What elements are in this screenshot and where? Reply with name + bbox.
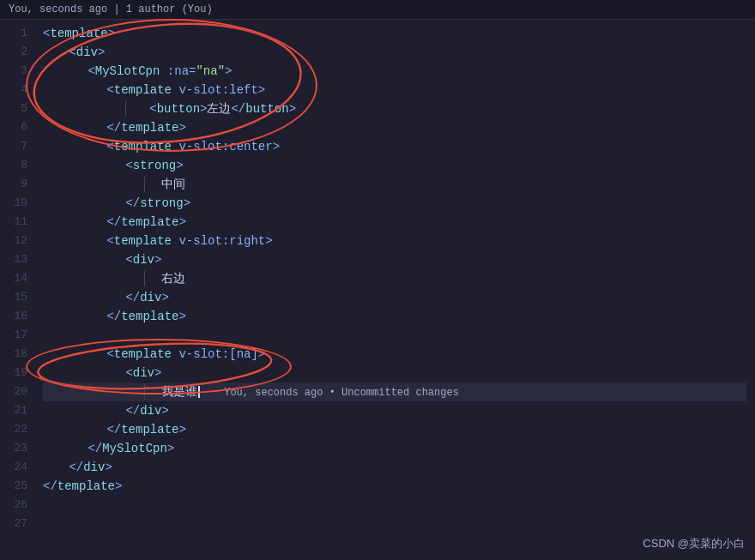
code-line-24: </div> bbox=[43, 458, 746, 477]
code-line-22: </template> bbox=[43, 420, 746, 439]
code-line-21: </div> bbox=[43, 401, 746, 420]
code-line-9: 中间 bbox=[43, 175, 746, 194]
git-annotation: You, seconds ago • Uncommitted changes bbox=[224, 387, 459, 399]
code-line-8: <strong> bbox=[43, 156, 746, 175]
watermark: CSDN @卖菜的小白 bbox=[643, 536, 745, 551]
code-line-18: <template v-slot:[na]> bbox=[43, 345, 746, 364]
code-line-11: </template> bbox=[43, 213, 746, 232]
code-line-16: </template> bbox=[43, 307, 746, 326]
code-line-6: </template> bbox=[43, 118, 746, 137]
code-line-4: <template v-slot:left> bbox=[43, 81, 746, 99]
code-line-1: <template> bbox=[43, 24, 746, 43]
code-line-25: </template> bbox=[43, 477, 746, 496]
code-line-2: <div> bbox=[43, 43, 746, 62]
editor-area: You, seconds ago | 1 author (You) 1 2 3 … bbox=[0, 0, 755, 560]
code-line-7: <template v-slot:center> bbox=[43, 137, 746, 156]
top-bar: You, seconds ago | 1 author (You) bbox=[0, 0, 755, 20]
text-cursor bbox=[198, 386, 200, 398]
code-line-23: </MySlotCpn> bbox=[43, 439, 746, 458]
code-line-17 bbox=[43, 326, 746, 345]
code-line-5: <button>左边</button> bbox=[43, 99, 746, 118]
top-bar-text: You, seconds ago | 1 author (You) bbox=[9, 3, 213, 15]
code-line-12: <template v-slot:right> bbox=[43, 232, 746, 250]
line-gutter: 1 2 3 4 5 6 7 8 9 10 11 12 13 14 15 16 1… bbox=[0, 24, 34, 560]
code-line-3: <MySlotCpn :na="na"> bbox=[43, 62, 746, 81]
code-line-20: 我是谁 You, seconds ago • Uncommitted chang… bbox=[43, 382, 746, 401]
code-line-10: </strong> bbox=[43, 194, 746, 213]
code-line-14: 右边 bbox=[43, 269, 746, 288]
code-line-15: </div> bbox=[43, 288, 746, 307]
code-line-19: <div> bbox=[43, 364, 746, 382]
code-line-13: <div> bbox=[43, 250, 746, 269]
code-content[interactable]: <template> <div> <MySlotCpn :na="na"> <t… bbox=[34, 24, 755, 560]
